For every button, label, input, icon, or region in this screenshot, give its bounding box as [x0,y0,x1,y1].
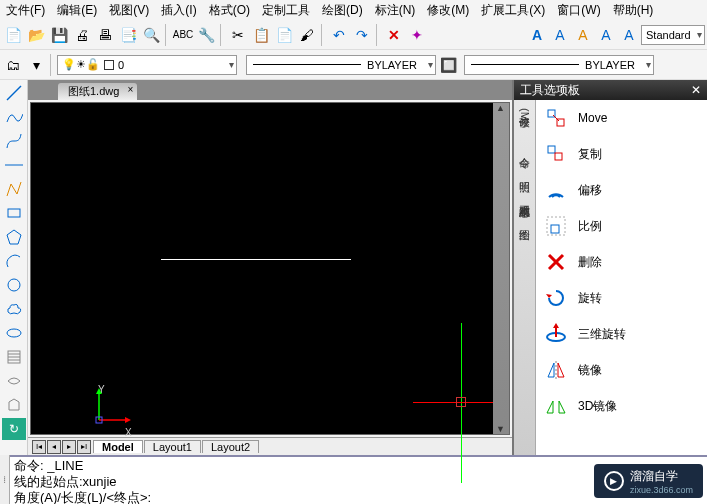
layer-combo-value: 0 [118,59,124,71]
text-a2-icon[interactable]: A [549,24,571,46]
palette-header[interactable]: 工具选项板 ✕ [514,80,707,100]
svg-marker-31 [547,401,553,413]
explode-icon[interactable]: ✦ [406,24,428,46]
polyline-icon[interactable] [2,178,26,200]
palette-item-move[interactable]: Move [536,100,707,136]
tab-nav-next[interactable]: ▸ [62,440,76,454]
menu-custom[interactable]: 定制工具 [262,2,310,19]
text-a5-icon[interactable]: A [618,24,640,46]
audit-icon[interactable]: 🔧 [195,24,217,46]
xline-icon[interactable] [2,154,26,176]
layout-tab-1[interactable]: Layout1 [144,440,201,453]
line-icon[interactable] [2,82,26,104]
rect-icon[interactable] [2,202,26,224]
layout-tab-2[interactable]: Layout2 [202,440,259,453]
revcloud-icon[interactable] [2,298,26,320]
menu-draw[interactable]: 绘图(D) [322,2,363,19]
palette-item-3drotate[interactable]: 三维旋转 [536,316,707,352]
linetype-combo-right[interactable]: BYLAYER [464,55,654,75]
layer-combo[interactable]: 💡 ☀ 🔓 0 [57,55,237,75]
save-icon[interactable]: 💾 [48,24,70,46]
menu-insert[interactable]: 插入(I) [161,2,196,19]
palette-item-label: 镜像 [578,362,602,379]
text-a3-icon[interactable]: A [572,24,594,46]
palette-item-offset[interactable]: 偏移 [536,172,707,208]
document-tabs: 图纸1.dwg [28,80,512,100]
drawing-viewport[interactable]: Y X [30,102,510,435]
layout-tab-model[interactable]: Model [93,440,143,453]
svg-point-4 [8,279,20,291]
menu-modify[interactable]: 修改(M) [427,2,469,19]
text-a4-icon[interactable]: A [595,24,617,46]
layer-manager-icon[interactable]: 🗂 [2,54,24,76]
paste-icon[interactable]: 📄 [273,24,295,46]
color-icon[interactable]: 🔲 [437,54,459,76]
undo-icon[interactable]: ↶ [328,24,350,46]
palette-item-rotate[interactable]: 旋转 [536,280,707,316]
separator [50,54,54,76]
palette-item-delete[interactable]: 删除 [536,244,707,280]
ellipse-icon[interactable] [2,322,26,344]
mirror-icon [544,358,568,382]
menu-edit[interactable]: 编辑(E) [57,2,97,19]
palette-item-copy[interactable]: 复制 [536,136,707,172]
region-icon[interactable] [2,394,26,416]
watermark-sub: zixue.3d66.com [630,485,693,495]
palette-list: Move 复制 偏移 比例 删除 [536,100,707,455]
text-a1-icon[interactable]: A [526,24,548,46]
menu-dim[interactable]: 标注(N) [375,2,416,19]
pline-icon[interactable] [2,106,26,128]
tab-nav-prev[interactable]: ◂ [47,440,61,454]
circle-icon[interactable] [2,274,26,296]
scale-icon [544,214,568,238]
menu-help[interactable]: 帮助(H) [613,2,654,19]
menu-file[interactable]: 文件(F) [6,2,45,19]
tab-nav-first[interactable]: I◂ [32,440,46,454]
spell-icon[interactable]: ABC [172,24,194,46]
close-icon[interactable]: ✕ [691,83,701,97]
ucs-icon [93,386,133,426]
palette-item-3dmirror[interactable]: 3D镜像 [536,388,707,424]
menu-ext[interactable]: 扩展工具(X) [481,2,545,19]
tab-nav-last[interactable]: ▸I [77,440,91,454]
doc-tab[interactable]: 图纸1.dwg [58,83,137,100]
style-combo[interactable]: Standard [641,25,705,45]
polygon-icon[interactable] [2,226,26,248]
spline-icon[interactable] [2,130,26,152]
arc-icon[interactable] [2,250,26,272]
palette-item-scale[interactable]: 比例 [536,208,707,244]
vertical-scrollbar[interactable] [493,103,509,434]
match-icon[interactable]: 🖌 [296,24,318,46]
watermark-button[interactable]: ▶ 溜溜自学 zixue.3d66.com [594,464,703,498]
copy-icon[interactable]: 📋 [250,24,272,46]
plot-icon[interactable]: 🖶 [94,24,116,46]
palette-side-tabs: 修改(M) 命令 照明 三维动态观察 绘图 [514,100,536,455]
hatch-icon[interactable] [2,346,26,368]
side-tab-modify[interactable]: 修改(M) [517,108,532,125]
palette-item-label: 三维旋转 [578,326,626,343]
menu-view[interactable]: 视图(V) [109,2,149,19]
linetype-combo-left[interactable]: BYLAYER [246,55,436,75]
erase-icon[interactable]: ✕ [383,24,405,46]
mirror3d-icon [544,394,568,418]
redo-icon[interactable]: ↷ [351,24,373,46]
cut-icon[interactable]: ✂ [227,24,249,46]
svg-rect-2 [8,209,20,217]
menu-bar: 文件(F) 编辑(E) 视图(V) 插入(I) 格式(O) 定制工具 绘图(D)… [0,0,707,20]
command-handle[interactable]: ⁞ [0,455,10,504]
find-icon[interactable]: 🔍 [140,24,162,46]
open-icon[interactable]: 📂 [25,24,47,46]
gradient-icon[interactable] [2,370,26,392]
saveas-icon[interactable]: 🖨 [71,24,93,46]
new-icon[interactable]: 📄 [2,24,24,46]
menu-format[interactable]: 格式(O) [209,2,250,19]
sun-icon: ☀ [76,58,86,71]
menu-window[interactable]: 窗口(W) [557,2,600,19]
palette-item-label: 删除 [578,254,602,271]
layer-states-icon[interactable]: ▾ [25,54,47,76]
refresh-icon[interactable]: ↻ [2,418,26,440]
canvas-area: 图纸1.dwg Y X I◂ ◂ [28,80,512,455]
preview-icon[interactable]: 📑 [117,24,139,46]
palette-item-mirror[interactable]: 镜像 [536,352,707,388]
offset-icon [544,178,568,202]
